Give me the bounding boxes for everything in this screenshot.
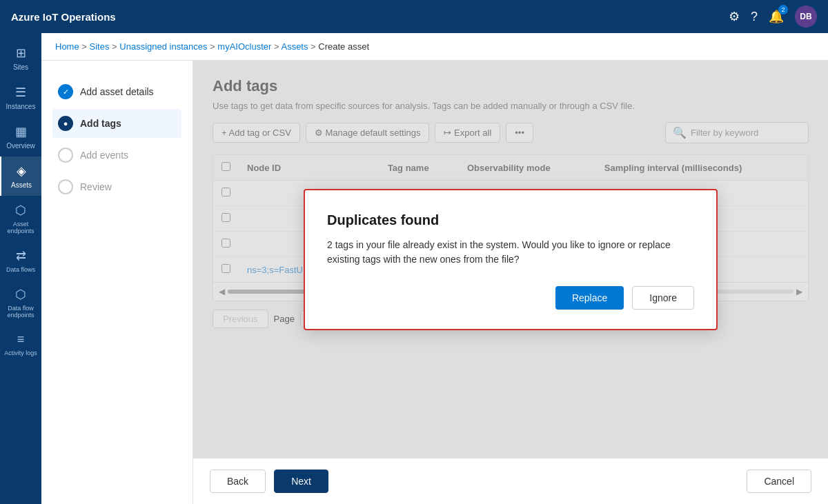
sidebar-label-sites: Sites bbox=[13, 63, 28, 71]
settings-icon[interactable]: ⚙ bbox=[729, 9, 740, 24]
steps-panel: ✓ Add asset details ● Add tags Add event… bbox=[41, 61, 193, 504]
sidebar-label-activity-logs: Activity logs bbox=[4, 350, 37, 356]
nav-icons: ⚙ ? 🔔 2 DB bbox=[729, 6, 817, 28]
data-flows-icon: ⇄ bbox=[16, 248, 26, 263]
panel-content: Add tags Use tags to get data from speci… bbox=[193, 61, 828, 458]
sidebar-item-data-flow-endpoints[interactable]: ⬡ Data flow endpoints bbox=[0, 280, 41, 325]
replace-button[interactable]: Replace bbox=[555, 286, 624, 310]
sidebar-item-asset-endpoints[interactable]: ⬡ Asset endpoints bbox=[0, 196, 41, 241]
sidebar-label-data-flows: Data flows bbox=[6, 266, 35, 273]
assets-icon: ◈ bbox=[17, 163, 26, 179]
dialog-overlay: Duplicates found 2 tags in your file alr… bbox=[193, 61, 828, 458]
step-add-events[interactable]: Add events bbox=[52, 141, 181, 170]
data-flow-endpoints-icon: ⬡ bbox=[15, 287, 26, 302]
help-icon[interactable]: ? bbox=[751, 10, 758, 24]
sidebar-label-data-flow-endpoints: Data flow endpoints bbox=[3, 305, 39, 319]
sidebar-item-overview[interactable]: ▦ Overview bbox=[0, 117, 41, 157]
sidebar-item-data-flows[interactable]: ⇄ Data flows bbox=[0, 241, 41, 280]
step-circle-4 bbox=[58, 179, 73, 194]
sidebar-label-overview: Overview bbox=[6, 142, 35, 150]
step-circle-3 bbox=[58, 148, 73, 163]
step-circle-2: ● bbox=[58, 116, 73, 131]
instances-icon: ☰ bbox=[15, 85, 26, 100]
next-button-bottom[interactable]: Next bbox=[274, 470, 328, 493]
dialog-title: Duplicates found bbox=[327, 212, 694, 228]
breadcrumb-create-asset: Create asset bbox=[318, 41, 369, 52]
bottom-bar: Back Next Cancel bbox=[193, 458, 828, 504]
avatar[interactable]: DB bbox=[795, 6, 817, 28]
dialog-body: 2 tags in your file already exist in the… bbox=[327, 238, 694, 267]
breadcrumb-home[interactable]: Home bbox=[55, 41, 79, 52]
breadcrumb: Home > Sites > Unassigned instances > my… bbox=[41, 33, 828, 61]
duplicates-dialog: Duplicates found 2 tags in your file alr… bbox=[304, 189, 718, 330]
sidebar-item-activity-logs[interactable]: ≡ Activity logs bbox=[0, 325, 41, 363]
ignore-button[interactable]: Ignore bbox=[632, 286, 694, 310]
sidebar: ⊞ Sites ☰ Instances ▦ Overview ◈ Assets … bbox=[0, 33, 41, 504]
step-label-2: Add tags bbox=[80, 118, 121, 129]
step-label-4: Review bbox=[80, 181, 112, 192]
dialog-actions: Replace Ignore bbox=[327, 286, 694, 310]
step-label-3: Add events bbox=[80, 150, 128, 161]
sidebar-item-instances[interactable]: ☰ Instances bbox=[0, 78, 41, 117]
sidebar-label-assets: Assets bbox=[11, 181, 32, 189]
sidebar-label-asset-endpoints: Asset endpoints bbox=[3, 221, 39, 234]
sites-icon: ⊞ bbox=[16, 46, 26, 61]
asset-endpoints-icon: ⬡ bbox=[15, 203, 26, 218]
activity-logs-icon: ≡ bbox=[17, 332, 25, 347]
step-add-asset-details[interactable]: ✓ Add asset details bbox=[52, 77, 181, 106]
breadcrumb-assets[interactable]: Assets bbox=[281, 41, 308, 52]
overview-icon: ▦ bbox=[15, 124, 27, 139]
sidebar-item-assets[interactable]: ◈ Assets bbox=[0, 157, 41, 196]
breadcrumb-sites[interactable]: Sites bbox=[90, 41, 110, 52]
bell-icon[interactable]: 🔔 2 bbox=[769, 9, 784, 24]
step-label-1: Add asset details bbox=[80, 86, 154, 97]
step-review[interactable]: Review bbox=[52, 172, 181, 201]
step-add-tags[interactable]: ● Add tags bbox=[52, 109, 181, 138]
app-title: Azure IoT Operations bbox=[11, 11, 729, 23]
breadcrumb-cluster[interactable]: myAIOcluster bbox=[217, 41, 271, 52]
breadcrumb-unassigned[interactable]: Unassigned instances bbox=[119, 41, 207, 52]
cancel-button[interactable]: Cancel bbox=[747, 470, 811, 493]
sidebar-label-instances: Instances bbox=[6, 103, 36, 110]
top-navigation: Azure IoT Operations ⚙ ? 🔔 2 DB bbox=[0, 0, 828, 33]
step-circle-1: ✓ bbox=[58, 84, 73, 99]
back-button[interactable]: Back bbox=[210, 470, 266, 493]
main-panel: Add tags Use tags to get data from speci… bbox=[193, 61, 828, 504]
notification-badge: 2 bbox=[778, 5, 788, 14]
sidebar-item-sites[interactable]: ⊞ Sites bbox=[0, 39, 41, 78]
